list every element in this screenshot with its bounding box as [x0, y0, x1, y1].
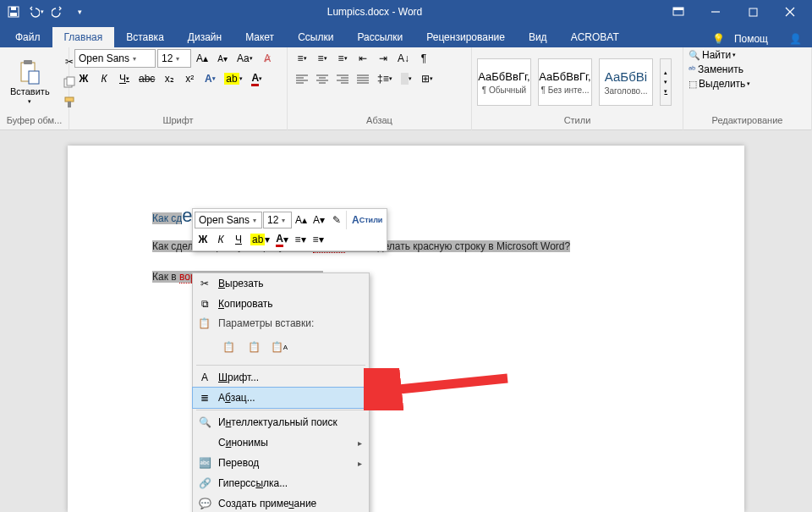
mini-font-color[interactable]: A▾ — [273, 230, 291, 249]
line-spacing-button[interactable]: ‡≡▾ — [374, 69, 396, 88]
find-button[interactable]: 🔍Найти▾ — [689, 49, 736, 61]
tab-file[interactable]: Файл — [3, 27, 52, 47]
svg-rect-4 — [673, 8, 683, 10]
mini-styles-button[interactable]: AСтили — [346, 211, 385, 229]
style-normal[interactable]: АаБбВвГг,¶ Обычный — [477, 58, 531, 106]
paste-keep-source[interactable]: 📋 — [218, 336, 239, 358]
align-center-button[interactable] — [313, 69, 332, 88]
font-color-button[interactable]: A▾ — [248, 69, 266, 88]
tell-me-label[interactable]: Помощ — [734, 33, 768, 45]
ctx-copy[interactable]: ⧉Копировать — [193, 294, 369, 314]
tell-me-icon[interactable]: 💡 — [710, 30, 727, 47]
numbering-button[interactable]: ≡▾ — [313, 49, 332, 68]
tab-insert[interactable]: Вставка — [114, 27, 176, 47]
text-effects-button[interactable]: A▾ — [200, 69, 219, 88]
ctx-paragraph[interactable]: ≣Абзац... — [193, 388, 369, 408]
ctx-hyperlink[interactable]: 🔗Гиперссылка... — [193, 473, 369, 493]
ribbon-options-button[interactable] — [660, 0, 697, 24]
tab-references[interactable]: Ссылки — [286, 27, 345, 47]
dec-indent-button[interactable]: ⇤ — [354, 49, 372, 68]
ctx-translate[interactable]: 🔤Перевод▸ — [193, 453, 369, 473]
svg-rect-10 — [24, 60, 32, 64]
scissors-icon: ✂ — [198, 278, 211, 289]
ctx-synonyms[interactable]: Синонимы▸ — [193, 432, 369, 453]
ctx-smart-lookup[interactable]: 🔍Интеллектуальный поиск — [193, 412, 369, 432]
font-group-label: Шрифт — [74, 115, 282, 129]
mini-underline[interactable]: Ч — [230, 230, 247, 249]
superscript-button[interactable]: x² — [180, 69, 199, 88]
qat-customize[interactable]: ▾ — [69, 2, 90, 22]
shrink-font-button[interactable]: A▾ — [213, 49, 232, 68]
maximize-button[interactable] — [734, 0, 771, 24]
search-icon: 🔍 — [198, 416, 211, 428]
strike-button[interactable]: abc — [135, 69, 158, 88]
mini-italic[interactable]: К — [212, 230, 229, 249]
align-right-button[interactable] — [333, 69, 352, 88]
undo-button[interactable]: ▾ — [25, 2, 46, 22]
tab-design[interactable]: Дизайн — [176, 27, 233, 47]
tab-review[interactable]: Рецензирование — [414, 27, 517, 47]
document-area[interactable]: Как сделать красную строку Как сделать к… — [0, 130, 812, 512]
mini-bold[interactable]: Ж — [195, 230, 211, 249]
paste-label: Вставить — [10, 86, 50, 96]
grow-font-button[interactable]: A▴ — [193, 49, 211, 68]
inc-indent-button[interactable]: ⇥ — [374, 49, 392, 68]
style-nospacing[interactable]: АаБбВвГг,¶ Без инте... — [538, 58, 592, 106]
paragraph-icon: ≣ — [198, 392, 211, 404]
replace-button[interactable]: ᵃᵇЗаменить — [689, 63, 743, 75]
ctx-cut[interactable]: ✂Вырезать — [193, 273, 369, 294]
styles-group-label: Стили — [477, 115, 678, 129]
mini-numbering[interactable]: ≡▾ — [310, 230, 326, 249]
ctx-comment[interactable]: 💬Создать примечание — [193, 493, 369, 512]
mini-size-combo[interactable]: 12▾ — [263, 212, 292, 228]
ctx-font[interactable]: AШрифт... — [193, 367, 369, 388]
shading-button[interactable]: ▾ — [398, 69, 416, 88]
change-case-button[interactable]: Aa▾ — [233, 49, 256, 68]
mini-toolbar: Open Sans▾ 12▾ A▴ A▾ ✎ AСтили Ж К Ч ab▾ … — [192, 208, 387, 251]
font-size-combo[interactable]: 12▾ — [157, 49, 191, 68]
clear-format-button[interactable]: A̷ — [258, 49, 277, 68]
translate-icon: 🔤 — [198, 457, 211, 469]
sort-button[interactable]: A↓ — [394, 49, 413, 68]
mini-font-combo[interactable]: Open Sans▾ — [195, 212, 262, 228]
show-marks-button[interactable]: ¶ — [414, 49, 433, 68]
bold-button[interactable]: Ж — [74, 69, 93, 88]
editing-group-label: Редактирование — [689, 115, 806, 129]
justify-button[interactable] — [354, 69, 372, 88]
mini-shrink-font[interactable]: A▾ — [310, 211, 327, 229]
tab-layout[interactable]: Макет — [233, 27, 286, 47]
link-icon: 🔗 — [198, 477, 211, 489]
select-button[interactable]: ⬚Выделить▾ — [689, 78, 750, 90]
redo-button[interactable] — [47, 2, 68, 22]
paste-text-only[interactable]: 📋A — [269, 336, 289, 358]
account-icon[interactable]: 👤 — [787, 30, 804, 47]
mini-format-painter[interactable]: ✎ — [328, 211, 345, 229]
borders-button[interactable]: ⊞▾ — [418, 69, 436, 88]
tab-acrobat[interactable]: ACROBAT — [559, 27, 631, 47]
close-button[interactable] — [771, 0, 809, 24]
tab-mailings[interactable]: Рассылки — [345, 27, 414, 47]
minimize-button[interactable] — [697, 0, 734, 24]
underline-button[interactable]: Ч▾ — [115, 69, 134, 88]
multilevel-button[interactable]: ≡▾ — [333, 49, 352, 68]
page: Как сделать красную строку Как сделать к… — [68, 146, 744, 512]
paste-button[interactable]: Вставить ▾ — [5, 52, 55, 112]
paragraph-group-label: Абзац — [293, 115, 466, 129]
font-icon: A — [198, 372, 211, 383]
styles-more-button[interactable]: ▴▾▾̲ — [660, 58, 672, 106]
tab-home[interactable]: Главная — [52, 27, 115, 47]
save-button[interactable] — [3, 2, 24, 22]
align-left-button[interactable] — [293, 69, 311, 88]
svg-rect-11 — [29, 71, 39, 84]
mini-grow-font[interactable]: A▴ — [293, 211, 310, 229]
style-heading1[interactable]: АаБбВіЗаголово... — [599, 58, 653, 106]
bullets-button[interactable]: ≡▾ — [293, 49, 311, 68]
italic-button[interactable]: К — [95, 69, 113, 88]
font-name-combo[interactable]: Open Sans▾ — [74, 49, 156, 68]
highlight-button[interactable]: ab▾ — [221, 69, 245, 88]
mini-highlight[interactable]: ab▾ — [248, 230, 272, 249]
tab-view[interactable]: Вид — [517, 27, 559, 47]
subscript-button[interactable]: x₂ — [160, 69, 178, 88]
paste-merge[interactable]: 📋 — [244, 336, 264, 358]
mini-bullets[interactable]: ≡▾ — [292, 230, 309, 249]
